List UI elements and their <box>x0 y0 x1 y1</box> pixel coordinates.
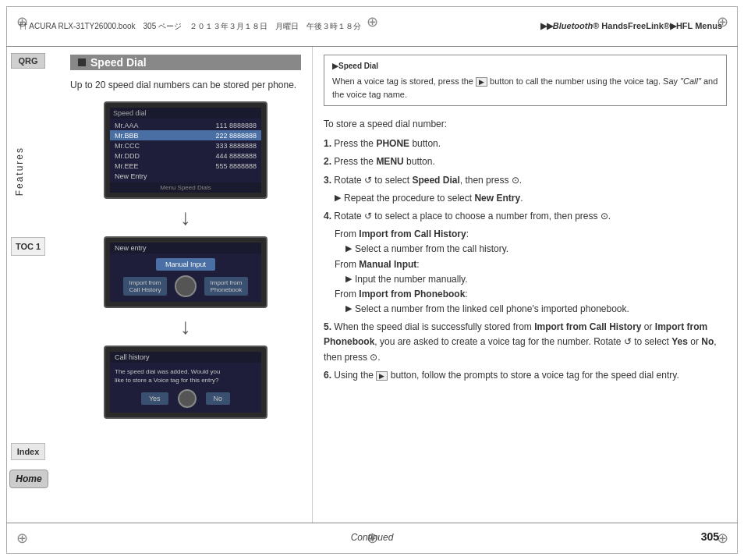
list-item-new-entry: New Entry <box>110 171 261 181</box>
arrow-down-2: ↓ <box>70 316 301 338</box>
screen2-header: New entry <box>110 243 261 253</box>
index-tab[interactable]: Index <box>11 443 45 460</box>
features-label: Features <box>14 147 25 196</box>
list-item: Mr.CCC333 8888888 <box>110 140 261 151</box>
screen2-dial <box>175 275 197 297</box>
instructions: To store a speed dial number: 1. Press t… <box>324 117 727 386</box>
screen3-header: Call history <box>110 352 261 363</box>
screen1-footer: Menu Speed Dials <box>110 183 261 193</box>
screen1-title: Speed dial <box>113 109 147 117</box>
step-4: 4. Rotate ↺ to select a place to choose … <box>324 209 727 224</box>
main-content: Speed Dial Up to 20 speed dial numbers c… <box>59 47 738 523</box>
left-column: Speed Dial Up to 20 speed dial numbers c… <box>59 47 309 523</box>
page-number: 305 <box>701 530 719 543</box>
page-footer: Continued 305 <box>6 523 738 554</box>
qrg-tab[interactable]: QRG <box>11 53 45 69</box>
note-box-text: When a voice tag is stored, press the ▶ … <box>332 75 718 101</box>
right-column: ▶Speed Dial When a voice tag is stored, … <box>316 47 738 523</box>
section-title: Speed Dial <box>90 56 147 69</box>
section-title-bar: Speed Dial <box>70 55 301 70</box>
step-4-subs: From Import from Call History: ▶Select a… <box>324 227 727 317</box>
continued-label: Continued <box>351 532 394 543</box>
header-stamp: †† ACURA RLX-31TY26000.book 305 ページ ２０１３… <box>6 18 374 35</box>
import-phonebook-btn: Import fromPhonebook <box>204 277 248 296</box>
yes-button: Yes <box>141 392 168 405</box>
home-label: Home <box>16 473 41 484</box>
screen2-buttons: Import fromCall History Import fromPhone… <box>123 275 248 297</box>
list-item: Mr.BBB222 8888888 <box>110 130 261 140</box>
import-call-history-btn: Import fromCall History <box>123 277 167 296</box>
step-3-sub: ▶ Repeat the procedure to select New Ent… <box>324 191 727 206</box>
step-3: 3. Rotate ↺ to select Speed Dial, then p… <box>324 173 727 188</box>
list-item: Mr.AAA111 8888888 <box>110 120 261 130</box>
section-subtitle: Up to 20 speed dial numbers can be store… <box>70 80 301 90</box>
title-square-icon <box>78 58 86 66</box>
step-5: 5. When the speed dial is successfully s… <box>324 320 727 365</box>
call-history-screen: Call history The speed dial was added. W… <box>104 346 267 419</box>
step-6: 6. Using the ▶ button, follow the prompt… <box>324 368 727 383</box>
screen3-buttons: Yes No <box>115 389 257 408</box>
note-box-header: ▶Speed Dial <box>332 60 718 72</box>
no-button: No <box>206 392 231 405</box>
screen3-body: The speed dial was added. Would youlike … <box>110 363 261 413</box>
screen3-text: The speed dial was added. Would youlike … <box>115 367 257 385</box>
speed-dial-screen: Speed dial Mr.AAA111 8888888 Mr.BBB222 8… <box>104 101 267 199</box>
arrow-down-1: ↓ <box>70 207 301 229</box>
instructions-intro: To store a speed dial number: <box>324 117 727 132</box>
screen3-dial <box>178 389 197 408</box>
screen2-manual-input: Manual Input <box>156 258 215 271</box>
screen1-header: Speed dial <box>110 108 261 119</box>
screen1-list: Mr.AAA111 8888888 Mr.BBB222 8888888 Mr.C… <box>110 119 261 183</box>
note-box: ▶Speed Dial When a voice tag is stored, … <box>324 55 727 106</box>
features-label-container: Features <box>8 101 31 242</box>
list-item: Mr.EEE555 8888888 <box>110 161 261 171</box>
screen2-body: Manual Input Import fromCall History Imp… <box>110 253 261 302</box>
list-item: Mr.DDD444 8888888 <box>110 151 261 161</box>
home-button[interactable]: Home <box>9 470 48 488</box>
header-breadcrumb: ▶▶Bluetooth® HandsFreeLink®▶HFL Menus <box>540 21 738 31</box>
page-header: †† ACURA RLX-31TY26000.book 305 ページ ２０１３… <box>6 6 738 47</box>
step-2: 2. Press the MENU button. <box>324 154 727 169</box>
new-entry-screen: New entry Manual Input Import fromCall H… <box>104 236 267 308</box>
column-divider <box>312 47 313 523</box>
step-1: 1. Press the PHONE button. <box>324 136 727 151</box>
